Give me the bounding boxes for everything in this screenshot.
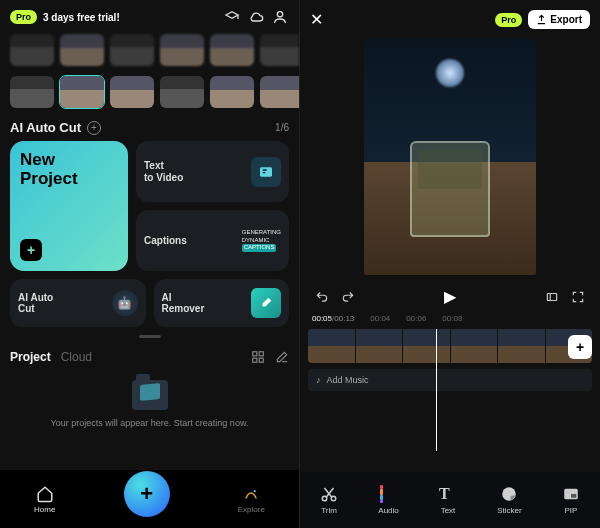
captions-card[interactable]: Captions GENERATING DYNAMIC CAPTIONS xyxy=(136,210,289,271)
svg-rect-1 xyxy=(260,167,272,176)
playhead[interactable] xyxy=(436,329,437,451)
nav-home-label: Home xyxy=(34,505,55,514)
text-to-video-icon xyxy=(251,157,281,187)
svg-point-0 xyxy=(277,12,282,17)
svg-rect-2 xyxy=(253,352,257,356)
captions-label: Captions xyxy=(144,235,187,247)
captions-generating-badge: GENERATING DYNAMIC CAPTIONS xyxy=(242,229,281,252)
add-clip-button[interactable]: + xyxy=(568,335,592,359)
tool-pip[interactable]: PIP xyxy=(562,485,580,515)
ai-auto-cut-card[interactable]: AI Auto Cut 🤖 xyxy=(10,279,146,327)
svg-rect-3 xyxy=(259,352,263,356)
folder-icon xyxy=(132,380,168,410)
nav-explore[interactable]: Explore xyxy=(238,485,265,514)
trial-text: 3 days free trial! xyxy=(43,12,120,23)
new-project-label: New Project xyxy=(20,151,118,188)
svg-rect-12 xyxy=(571,494,576,498)
svg-rect-7 xyxy=(547,293,556,300)
add-music-label: Add Music xyxy=(327,375,369,385)
nav-create-button[interactable]: + xyxy=(124,471,170,517)
robot-icon: 🤖 xyxy=(112,290,138,316)
tool-text[interactable]: T Text xyxy=(439,485,457,515)
profile-icon[interactable] xyxy=(271,8,289,26)
svg-point-9 xyxy=(331,496,336,501)
tab-project[interactable]: Project xyxy=(10,350,51,364)
empty-text: Your projects will appear here. Start cr… xyxy=(10,418,289,428)
add-music-track[interactable]: ♪ Add Music xyxy=(308,369,592,391)
video-track[interactable] xyxy=(308,329,592,363)
nav-explore-label: Explore xyxy=(238,505,265,514)
pro-badge-editor: Pro xyxy=(495,13,522,27)
nav-home[interactable]: Home xyxy=(34,485,55,514)
tool-pip-label: PIP xyxy=(564,506,577,515)
svg-point-13 xyxy=(567,491,569,493)
section-add-icon[interactable]: + xyxy=(87,121,101,135)
academy-icon[interactable] xyxy=(223,8,241,26)
tool-trim-label: Trim xyxy=(321,506,337,515)
edit-icon[interactable] xyxy=(275,350,289,364)
export-button[interactable]: Export xyxy=(528,10,590,29)
tab-cloud[interactable]: Cloud xyxy=(61,350,92,364)
tool-audio[interactable]: Audio xyxy=(378,485,398,515)
music-note-icon: ♪ xyxy=(316,375,321,385)
audio-bars-icon xyxy=(380,485,398,503)
svg-rect-4 xyxy=(253,358,257,362)
section-pager: 1/6 xyxy=(275,122,289,133)
pro-badge: Pro xyxy=(10,10,37,24)
export-label: Export xyxy=(550,14,582,25)
transport-bar: ▶ xyxy=(300,279,600,314)
svg-point-6 xyxy=(254,489,256,491)
aspect-icon[interactable] xyxy=(544,289,560,305)
tool-trim[interactable]: Trim xyxy=(320,485,338,515)
empty-state: Your projects will appear here. Start cr… xyxy=(0,368,299,434)
grid-view-icon[interactable] xyxy=(251,350,265,364)
plus-icon: + xyxy=(20,239,42,261)
new-project-card[interactable]: New Project + xyxy=(10,141,128,271)
tool-audio-label: Audio xyxy=(378,506,398,515)
text-icon: T xyxy=(439,485,457,503)
template-strip-top xyxy=(0,30,299,72)
timeline-ruler: 00:05/00:13 00:04 00:06 00:08 xyxy=(300,314,600,323)
drag-handle[interactable] xyxy=(139,335,161,338)
app-header: Pro 3 days free trial! xyxy=(0,0,299,30)
bottom-nav: Home + Explore xyxy=(0,470,299,528)
fullscreen-icon[interactable] xyxy=(570,289,586,305)
tool-text-label: Text xyxy=(441,506,456,515)
play-button[interactable]: ▶ xyxy=(444,287,456,306)
eraser-icon xyxy=(251,288,281,318)
text-to-video-label: Text to Video xyxy=(144,160,183,183)
video-preview[interactable] xyxy=(364,39,536,275)
svg-rect-5 xyxy=(259,358,263,362)
redo-icon[interactable] xyxy=(340,289,356,305)
tool-sticker-label: Sticker xyxy=(497,506,521,515)
cloud-icon[interactable] xyxy=(247,8,265,26)
svg-point-10 xyxy=(503,487,517,501)
undo-icon[interactable] xyxy=(314,289,330,305)
editor-toolbar: Trim Audio T Text Sticker PIP xyxy=(300,472,600,528)
tool-sticker[interactable]: Sticker xyxy=(497,485,521,515)
section-title: AI Auto Cut xyxy=(10,120,81,135)
template-strip[interactable] xyxy=(0,72,299,114)
svg-point-8 xyxy=(322,496,327,501)
ai-remover-label: AI Remover xyxy=(162,292,205,315)
ai-auto-cut-label: AI Auto Cut xyxy=(18,292,53,315)
text-to-video-card[interactable]: Text to Video xyxy=(136,141,289,202)
close-icon[interactable]: ✕ xyxy=(310,10,328,29)
ai-remover-card[interactable]: AI Remover xyxy=(154,279,290,327)
